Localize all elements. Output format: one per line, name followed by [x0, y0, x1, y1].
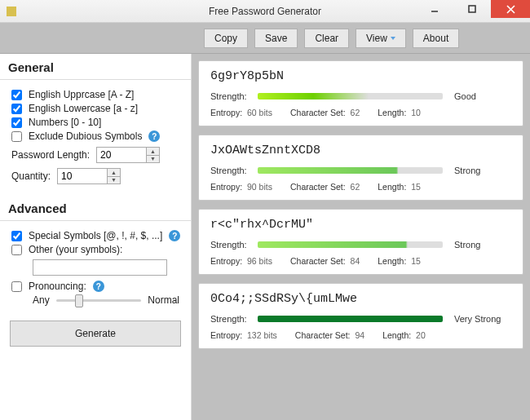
strength-verdict: Good [454, 91, 511, 101]
other-checkbox[interactable] [11, 245, 22, 255]
entropy-label: Entropy: [210, 330, 242, 340]
results-panel[interactable]: 6g9rY8p5bNStrength:GoodEntropy: 60 bitsC… [192, 54, 530, 420]
maximize-icon [468, 5, 476, 13]
charset-label: Character Set: [290, 182, 346, 192]
charset-label: Character Set: [290, 256, 346, 266]
strength-bar [258, 167, 443, 174]
length-spinner[interactable]: ▲▼ [146, 148, 159, 162]
length-stat-label: Length: [382, 330, 411, 340]
lowercase-checkbox[interactable] [11, 104, 22, 114]
result-card: 0Co4;;SSdRSy\{umLMweStrength:Very Strong… [198, 283, 523, 349]
length-label: Password Length: [11, 149, 90, 161]
advanced-header: Advanced [0, 195, 191, 221]
password-text[interactable]: r<c"rhx^DcrMU" [210, 218, 511, 232]
help-icon[interactable]: ? [169, 230, 180, 241]
charset-value: 62 [348, 108, 360, 117]
strength-bar [258, 93, 443, 99]
strength-bar [258, 241, 443, 248]
special-checkbox[interactable] [11, 231, 22, 241]
quantity-spinner[interactable]: ▲▼ [107, 169, 120, 183]
entropy-value: 60 bits [245, 108, 272, 117]
quantity-input[interactable] [58, 169, 107, 183]
length-value: 10 [409, 108, 421, 117]
numbers-label: Numbers [0 - 10] [29, 117, 101, 128]
about-button[interactable]: About [413, 29, 459, 48]
length-stat-label: Length: [378, 108, 406, 117]
entropy-value: 90 bits [245, 182, 272, 192]
quantity-label: Quantity: [11, 170, 51, 182]
entropy-label: Entropy: [210, 108, 242, 117]
uppercase-checkbox[interactable] [11, 90, 22, 100]
length-input[interactable] [97, 148, 146, 162]
close-button[interactable] [491, 0, 530, 18]
strength-verdict: Very Strong [454, 314, 511, 324]
length-value: 15 [409, 256, 421, 266]
app-icon [7, 7, 16, 16]
length-stat-label: Length: [378, 256, 406, 266]
slider-thumb[interactable] [75, 294, 83, 307]
password-text[interactable]: JxOAWtsZnntXCD8 [210, 144, 511, 157]
copy-button[interactable]: Copy [204, 29, 248, 48]
result-card: 6g9rY8p5bNStrength:GoodEntropy: 60 bitsC… [198, 60, 523, 126]
sidebar: General English Upprcase [A - Z] English… [0, 54, 192, 420]
exclude-checkbox[interactable] [11, 131, 22, 142]
pronouncing-slider[interactable] [56, 299, 142, 302]
length-value: 20 [413, 330, 426, 340]
maximize-button[interactable] [453, 0, 491, 18]
help-icon[interactable]: ? [148, 130, 160, 142]
minimize-button[interactable] [416, 0, 453, 18]
other-label: Other (your symbols): [29, 244, 122, 255]
charset-label: Character Set: [295, 330, 351, 340]
strength-verdict: Strong [454, 240, 511, 250]
entropy-value: 132 bits [245, 330, 277, 340]
save-button[interactable]: Save [254, 29, 298, 48]
exclude-label: Exclude Dubious Symbols [29, 130, 142, 142]
charset-value: 94 [353, 330, 365, 340]
result-card: JxOAWtsZnntXCD8Strength:StrongEntropy: 9… [198, 135, 523, 201]
strength-label: Strength: [210, 166, 251, 175]
titlebar: Free Password Generator [0, 0, 530, 23]
slider-label-normal: Normal [148, 294, 179, 306]
pronouncing-label: Pronouncing: [29, 281, 86, 292]
general-header: General [0, 54, 191, 80]
length-value: 15 [409, 182, 421, 192]
password-text[interactable]: 0Co4;;SSdRSy\{umLMwe [210, 292, 511, 306]
special-label: Special Symbols [@, !, #, $, ...] [29, 230, 162, 241]
numbers-checkbox[interactable] [11, 117, 22, 128]
charset-value: 62 [348, 182, 360, 192]
chevron-down-icon [391, 37, 395, 40]
clear-button[interactable]: Clear [304, 29, 349, 48]
view-dropdown[interactable]: View [356, 29, 406, 48]
uppercase-label: English Upprcase [A - Z] [29, 89, 134, 100]
lowercase-label: English Lowercase [a - z] [29, 103, 138, 114]
help-icon[interactable]: ? [93, 281, 104, 292]
generate-button[interactable]: Generate [10, 321, 181, 347]
view-label: View [366, 33, 387, 44]
svg-rect-1 [469, 6, 475, 12]
slider-label-any: Any [33, 294, 50, 306]
entropy-label: Entropy: [210, 182, 242, 192]
strength-label: Strength: [210, 314, 251, 324]
length-stat-label: Length: [378, 182, 406, 192]
strength-label: Strength: [210, 91, 251, 101]
charset-label: Character Set: [290, 108, 346, 117]
toolbar: Copy Save Clear View About [0, 23, 530, 54]
pronouncing-checkbox[interactable] [11, 281, 22, 292]
entropy-label: Entropy: [210, 256, 242, 266]
password-text[interactable]: 6g9rY8p5bN [210, 69, 511, 83]
result-card: r<c"rhx^DcrMU"Strength:StrongEntropy: 96… [198, 209, 523, 275]
entropy-value: 96 bits [245, 256, 272, 266]
minimize-icon [431, 5, 439, 13]
charset-value: 84 [348, 256, 360, 266]
close-icon [506, 5, 515, 14]
strength-verdict: Strong [454, 166, 511, 175]
other-input[interactable] [33, 259, 167, 276]
strength-bar [258, 316, 443, 322]
strength-label: Strength: [210, 240, 251, 250]
